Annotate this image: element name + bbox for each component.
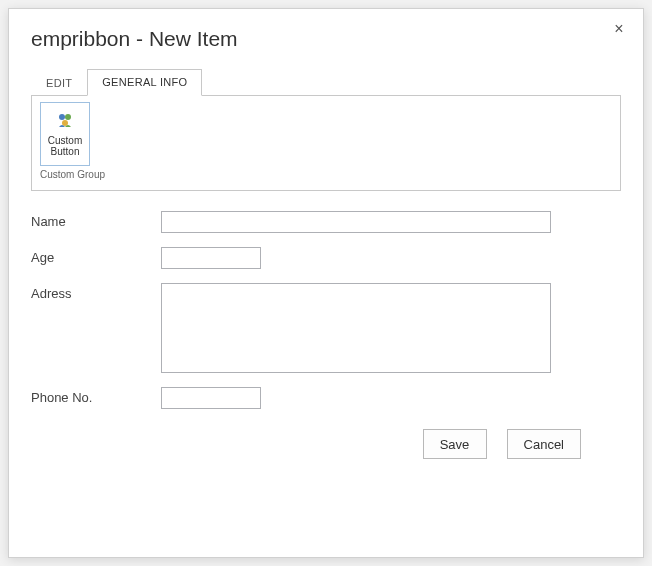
cancel-button[interactable]: Cancel [507,429,581,459]
label-phone: Phone No. [31,387,161,405]
button-row: Save Cancel [31,429,621,459]
svg-point-2 [62,120,68,126]
form-row-name: Name [31,211,621,233]
custom-button-icon [55,111,75,131]
input-phone[interactable] [161,387,261,409]
dialog-window: × empribbon - New Item EDIT GENERAL INFO… [8,8,644,558]
tab-edit[interactable]: EDIT [31,70,87,96]
svg-point-1 [65,114,71,120]
form: Name Age Adress Phone No. Save Cancel [31,207,621,459]
save-button[interactable]: Save [423,429,487,459]
dialog-title: empribbon - New Item [31,27,621,51]
custom-button-label: Custom Button [43,135,87,157]
ribbon-group-custom: Custom Button Custom Group [40,102,105,180]
input-age[interactable] [161,247,261,269]
close-button[interactable]: × [609,19,629,39]
ribbon-group-label: Custom Group [40,169,105,180]
input-name[interactable] [161,211,551,233]
input-address[interactable] [161,283,551,373]
tab-strip: EDIT GENERAL INFO [31,69,621,96]
custom-button[interactable]: Custom Button [40,102,90,166]
svg-point-0 [59,114,65,120]
form-row-phone: Phone No. [31,387,621,409]
label-address: Adress [31,283,161,301]
form-row-address: Adress [31,283,621,373]
label-name: Name [31,211,161,229]
tab-general-info[interactable]: GENERAL INFO [87,69,202,96]
label-age: Age [31,247,161,265]
form-row-age: Age [31,247,621,269]
ribbon-panel: Custom Button Custom Group [31,95,621,191]
